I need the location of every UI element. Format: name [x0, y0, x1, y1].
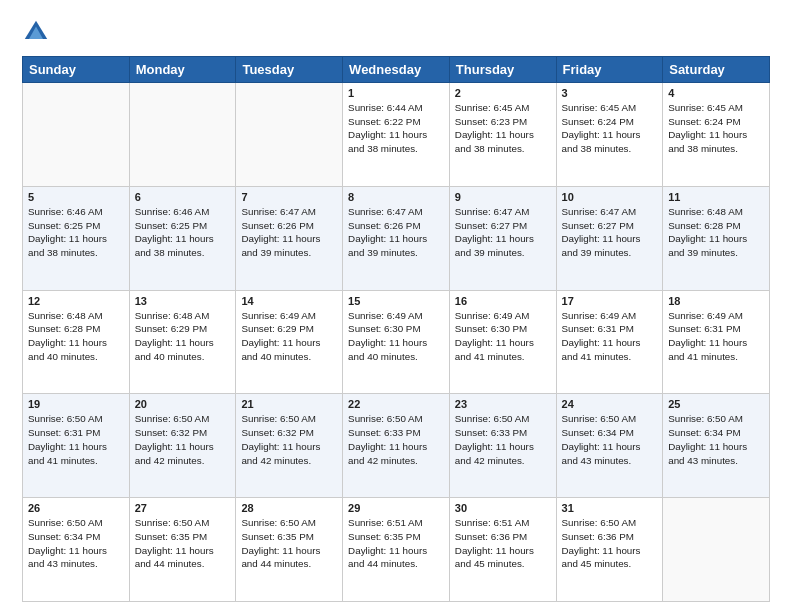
day-number: 11 [668, 191, 764, 203]
calendar-empty-cell [236, 83, 343, 187]
day-number: 24 [562, 398, 658, 410]
day-number: 17 [562, 295, 658, 307]
day-number: 23 [455, 398, 551, 410]
day-number: 19 [28, 398, 124, 410]
day-info: Sunrise: 6:50 AM Sunset: 6:32 PM Dayligh… [241, 412, 337, 467]
day-number: 14 [241, 295, 337, 307]
day-info: Sunrise: 6:50 AM Sunset: 6:34 PM Dayligh… [562, 412, 658, 467]
calendar-week-row: 5Sunrise: 6:46 AM Sunset: 6:25 PM Daylig… [23, 186, 770, 290]
calendar-day-11: 11Sunrise: 6:48 AM Sunset: 6:28 PM Dayli… [663, 186, 770, 290]
calendar-empty-cell [663, 498, 770, 602]
day-info: Sunrise: 6:45 AM Sunset: 6:24 PM Dayligh… [562, 101, 658, 156]
calendar-day-5: 5Sunrise: 6:46 AM Sunset: 6:25 PM Daylig… [23, 186, 130, 290]
day-number: 6 [135, 191, 231, 203]
day-info: Sunrise: 6:50 AM Sunset: 6:35 PM Dayligh… [135, 516, 231, 571]
day-number: 29 [348, 502, 444, 514]
day-number: 4 [668, 87, 764, 99]
calendar-empty-cell [23, 83, 130, 187]
day-info: Sunrise: 6:47 AM Sunset: 6:27 PM Dayligh… [562, 205, 658, 260]
day-info: Sunrise: 6:51 AM Sunset: 6:35 PM Dayligh… [348, 516, 444, 571]
day-info: Sunrise: 6:48 AM Sunset: 6:28 PM Dayligh… [28, 309, 124, 364]
calendar-week-row: 26Sunrise: 6:50 AM Sunset: 6:34 PM Dayli… [23, 498, 770, 602]
calendar-day-6: 6Sunrise: 6:46 AM Sunset: 6:25 PM Daylig… [129, 186, 236, 290]
day-number: 31 [562, 502, 658, 514]
day-number: 15 [348, 295, 444, 307]
day-info: Sunrise: 6:50 AM Sunset: 6:33 PM Dayligh… [455, 412, 551, 467]
calendar-day-25: 25Sunrise: 6:50 AM Sunset: 6:34 PM Dayli… [663, 394, 770, 498]
day-info: Sunrise: 6:47 AM Sunset: 6:27 PM Dayligh… [455, 205, 551, 260]
weekday-header-friday: Friday [556, 57, 663, 83]
calendar-day-10: 10Sunrise: 6:47 AM Sunset: 6:27 PM Dayli… [556, 186, 663, 290]
day-info: Sunrise: 6:47 AM Sunset: 6:26 PM Dayligh… [348, 205, 444, 260]
day-info: Sunrise: 6:45 AM Sunset: 6:24 PM Dayligh… [668, 101, 764, 156]
day-number: 28 [241, 502, 337, 514]
calendar-day-29: 29Sunrise: 6:51 AM Sunset: 6:35 PM Dayli… [343, 498, 450, 602]
day-info: Sunrise: 6:46 AM Sunset: 6:25 PM Dayligh… [28, 205, 124, 260]
day-info: Sunrise: 6:49 AM Sunset: 6:31 PM Dayligh… [562, 309, 658, 364]
calendar-day-16: 16Sunrise: 6:49 AM Sunset: 6:30 PM Dayli… [449, 290, 556, 394]
calendar-day-14: 14Sunrise: 6:49 AM Sunset: 6:29 PM Dayli… [236, 290, 343, 394]
weekday-header-thursday: Thursday [449, 57, 556, 83]
weekday-header-saturday: Saturday [663, 57, 770, 83]
day-number: 7 [241, 191, 337, 203]
day-number: 8 [348, 191, 444, 203]
day-info: Sunrise: 6:50 AM Sunset: 6:34 PM Dayligh… [28, 516, 124, 571]
header [22, 18, 770, 46]
calendar-day-28: 28Sunrise: 6:50 AM Sunset: 6:35 PM Dayli… [236, 498, 343, 602]
calendar-day-18: 18Sunrise: 6:49 AM Sunset: 6:31 PM Dayli… [663, 290, 770, 394]
weekday-header-sunday: Sunday [23, 57, 130, 83]
day-number: 18 [668, 295, 764, 307]
calendar-day-1: 1Sunrise: 6:44 AM Sunset: 6:22 PM Daylig… [343, 83, 450, 187]
calendar-week-row: 19Sunrise: 6:50 AM Sunset: 6:31 PM Dayli… [23, 394, 770, 498]
day-number: 13 [135, 295, 231, 307]
calendar-day-15: 15Sunrise: 6:49 AM Sunset: 6:30 PM Dayli… [343, 290, 450, 394]
day-info: Sunrise: 6:50 AM Sunset: 6:33 PM Dayligh… [348, 412, 444, 467]
logo-icon [22, 18, 50, 46]
weekday-header-row: SundayMondayTuesdayWednesdayThursdayFrid… [23, 57, 770, 83]
day-number: 3 [562, 87, 658, 99]
day-info: Sunrise: 6:48 AM Sunset: 6:28 PM Dayligh… [668, 205, 764, 260]
day-info: Sunrise: 6:49 AM Sunset: 6:29 PM Dayligh… [241, 309, 337, 364]
day-info: Sunrise: 6:50 AM Sunset: 6:35 PM Dayligh… [241, 516, 337, 571]
day-info: Sunrise: 6:49 AM Sunset: 6:30 PM Dayligh… [455, 309, 551, 364]
calendar-empty-cell [129, 83, 236, 187]
day-info: Sunrise: 6:48 AM Sunset: 6:29 PM Dayligh… [135, 309, 231, 364]
calendar-day-9: 9Sunrise: 6:47 AM Sunset: 6:27 PM Daylig… [449, 186, 556, 290]
day-info: Sunrise: 6:50 AM Sunset: 6:32 PM Dayligh… [135, 412, 231, 467]
calendar-day-26: 26Sunrise: 6:50 AM Sunset: 6:34 PM Dayli… [23, 498, 130, 602]
calendar-day-27: 27Sunrise: 6:50 AM Sunset: 6:35 PM Dayli… [129, 498, 236, 602]
day-number: 20 [135, 398, 231, 410]
day-number: 22 [348, 398, 444, 410]
calendar-day-8: 8Sunrise: 6:47 AM Sunset: 6:26 PM Daylig… [343, 186, 450, 290]
calendar-day-7: 7Sunrise: 6:47 AM Sunset: 6:26 PM Daylig… [236, 186, 343, 290]
calendar-week-row: 12Sunrise: 6:48 AM Sunset: 6:28 PM Dayli… [23, 290, 770, 394]
weekday-header-monday: Monday [129, 57, 236, 83]
day-info: Sunrise: 6:51 AM Sunset: 6:36 PM Dayligh… [455, 516, 551, 571]
calendar-day-17: 17Sunrise: 6:49 AM Sunset: 6:31 PM Dayli… [556, 290, 663, 394]
day-number: 2 [455, 87, 551, 99]
page: SundayMondayTuesdayWednesdayThursdayFrid… [0, 0, 792, 612]
calendar-week-row: 1Sunrise: 6:44 AM Sunset: 6:22 PM Daylig… [23, 83, 770, 187]
day-info: Sunrise: 6:50 AM Sunset: 6:31 PM Dayligh… [28, 412, 124, 467]
day-number: 25 [668, 398, 764, 410]
calendar-day-12: 12Sunrise: 6:48 AM Sunset: 6:28 PM Dayli… [23, 290, 130, 394]
day-number: 21 [241, 398, 337, 410]
day-info: Sunrise: 6:49 AM Sunset: 6:31 PM Dayligh… [668, 309, 764, 364]
calendar-day-13: 13Sunrise: 6:48 AM Sunset: 6:29 PM Dayli… [129, 290, 236, 394]
day-info: Sunrise: 6:44 AM Sunset: 6:22 PM Dayligh… [348, 101, 444, 156]
day-info: Sunrise: 6:47 AM Sunset: 6:26 PM Dayligh… [241, 205, 337, 260]
day-number: 12 [28, 295, 124, 307]
day-number: 27 [135, 502, 231, 514]
calendar-table: SundayMondayTuesdayWednesdayThursdayFrid… [22, 56, 770, 602]
calendar-day-2: 2Sunrise: 6:45 AM Sunset: 6:23 PM Daylig… [449, 83, 556, 187]
calendar-day-24: 24Sunrise: 6:50 AM Sunset: 6:34 PM Dayli… [556, 394, 663, 498]
weekday-header-wednesday: Wednesday [343, 57, 450, 83]
day-number: 5 [28, 191, 124, 203]
calendar-day-22: 22Sunrise: 6:50 AM Sunset: 6:33 PM Dayli… [343, 394, 450, 498]
day-info: Sunrise: 6:50 AM Sunset: 6:34 PM Dayligh… [668, 412, 764, 467]
day-number: 1 [348, 87, 444, 99]
day-number: 30 [455, 502, 551, 514]
day-info: Sunrise: 6:45 AM Sunset: 6:23 PM Dayligh… [455, 101, 551, 156]
calendar-day-3: 3Sunrise: 6:45 AM Sunset: 6:24 PM Daylig… [556, 83, 663, 187]
day-number: 26 [28, 502, 124, 514]
